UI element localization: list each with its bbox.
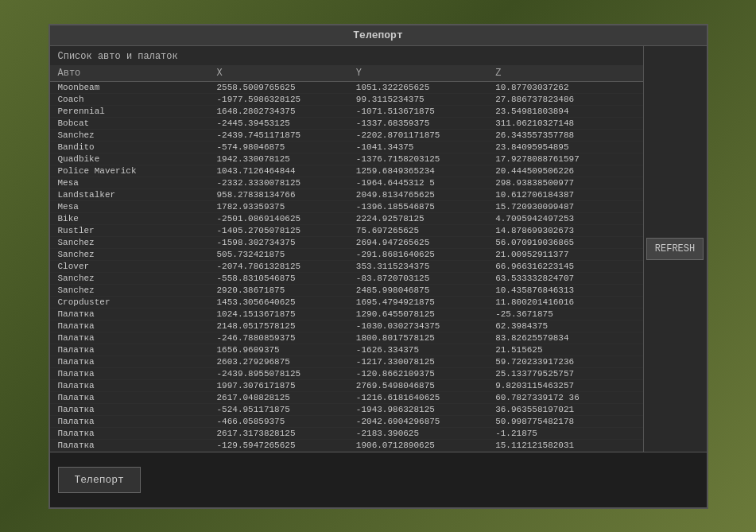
table-row[interactable]: Police Maverick1043.71264648441259.68493…: [50, 165, 643, 177]
table-row[interactable]: Mesa1782.93359375-1396.18554687515.72093…: [50, 201, 643, 213]
table-row[interactable]: Bandito-574.98046875-1041.3437523.840959…: [50, 142, 643, 153]
bottom-bar: Телепорт: [50, 452, 707, 507]
table-row[interactable]: Cropduster1453.30566406251695.4794921875…: [50, 297, 643, 309]
teleport-button[interactable]: Телепорт: [58, 467, 141, 493]
table-row[interactable]: Landstalker958.278381347662049.813476562…: [50, 189, 643, 201]
table-row[interactable]: Bike-2501.08691406252224.925781254.70959…: [50, 213, 643, 225]
table-row[interactable]: Perennial1648.2802734375-1071.5136718752…: [50, 106, 643, 118]
table-row[interactable]: Палатка2617.048828125-1216.618164062560.…: [50, 392, 643, 404]
table-row[interactable]: Палатка2148.0517578125-1030.030273437562…: [50, 320, 643, 332]
col-header-x: X: [217, 68, 356, 79]
dialog-title: Телепорт: [353, 29, 402, 41]
table-row[interactable]: Палатка-129.59472656251906.071289062515.…: [50, 440, 643, 452]
table-row[interactable]: Палатка-2439.8955078125-120.866210937525…: [50, 368, 643, 380]
table-row[interactable]: Палатка1997.30761718752769.54980468759.8…: [50, 380, 643, 392]
table-header: Авто X Y Z: [50, 65, 643, 82]
refresh-button[interactable]: REFRESH: [646, 238, 704, 260]
dialog-window: Телепорт Список авто и палаток Авто X Y …: [48, 24, 708, 509]
col-header-z: Z: [495, 68, 634, 79]
title-bar: Телепорт: [50, 25, 707, 46]
table-row[interactable]: Mesa-2332.3330078125-1964.6445312 5298.9…: [50, 177, 643, 189]
table-row[interactable]: Bobcat-2445.39453125-1337.68359375311.06…: [50, 118, 643, 130]
table-row[interactable]: Rustler-1405.270507812575.69726562514.87…: [50, 225, 643, 237]
table-row[interactable]: Палатка2617.3173828125-2183.390625-1.218…: [50, 428, 643, 440]
table-row[interactable]: Sanchez-2439.7451171875-2202.87011718752…: [50, 130, 643, 142]
content-area: Список авто и палаток Авто X Y Z Moonbea…: [50, 46, 707, 452]
table-row[interactable]: Палатка1656.9609375-1626.33437521.515625: [50, 344, 643, 356]
table-row[interactable]: Sanchez-1598.3027343752694.94726562556.0…: [50, 237, 643, 249]
table-row[interactable]: Палатка1024.15136718751290.6455078125-25…: [50, 309, 643, 320]
table-row[interactable]: Sanchez505.732421875-291.868164062521.00…: [50, 249, 643, 261]
main-panel: Список авто и палаток Авто X Y Z Moonbea…: [50, 46, 643, 452]
table-row[interactable]: Coach-1977.598632812599.311523437527.886…: [50, 94, 643, 106]
table-body[interactable]: Moonbeam2558.50097656251051.32226562510.…: [50, 82, 643, 452]
table-row[interactable]: Sanchez2920.386718752485.99804687510.435…: [50, 285, 643, 297]
table-row[interactable]: Clover-2074.7861328125353.311523437566.9…: [50, 261, 643, 273]
table-row[interactable]: Палатка2603.279296875-1217.33007812559.7…: [50, 356, 643, 368]
table-row[interactable]: Палатка-246.78808593751800.801757812583.…: [50, 332, 643, 344]
col-header-y: Y: [356, 68, 495, 79]
table-row[interactable]: Sanchez-558.8310546875-83.872070312563.5…: [50, 273, 643, 285]
table-row[interactable]: Палатка-524.951171875-1943.98632812536.9…: [50, 404, 643, 416]
background: Телепорт Список авто и палаток Авто X Y …: [0, 0, 756, 532]
side-panel: REFRESH: [643, 46, 707, 452]
table-row[interactable]: Палатка-466.05859375-2042.690429687550.9…: [50, 416, 643, 428]
section-label: Список авто и палаток: [50, 46, 643, 65]
table-row[interactable]: Moonbeam2558.50097656251051.32226562510.…: [50, 82, 643, 94]
table-row[interactable]: Quadbike1942.330078125-1376.715820312517…: [50, 153, 643, 165]
col-header-name: Авто: [58, 68, 217, 79]
